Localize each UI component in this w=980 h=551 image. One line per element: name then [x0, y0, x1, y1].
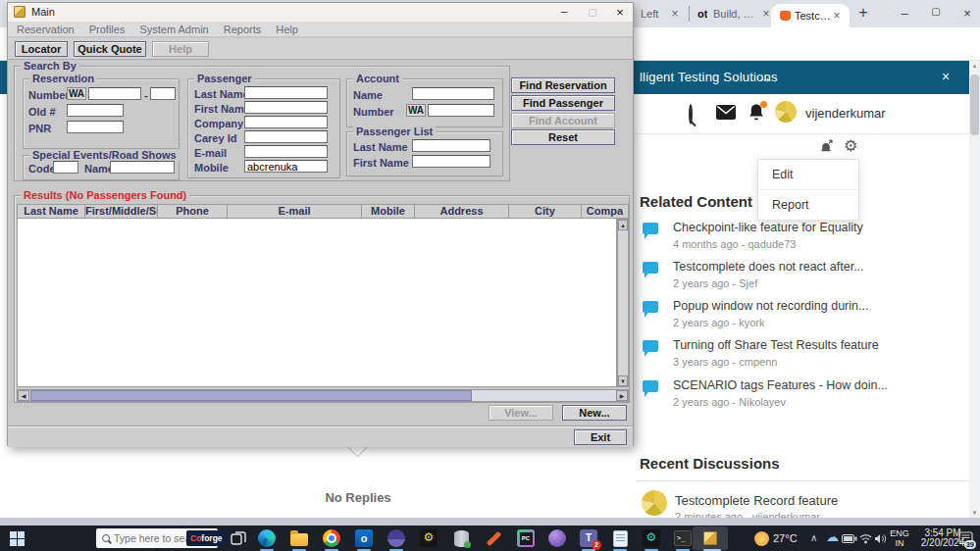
- notepad-icon[interactable]: [610, 528, 630, 548]
- pl-last-name-input[interactable]: [412, 139, 490, 152]
- pl-first-name-input[interactable]: [412, 155, 490, 168]
- weather-icon[interactable]: [751, 528, 771, 548]
- settings-gear-icon[interactable]: ⚙: [844, 138, 857, 154]
- results-table-body[interactable]: [17, 219, 617, 387]
- code-input[interactable]: [53, 161, 78, 174]
- col-phone[interactable]: Phone: [158, 204, 228, 219]
- temperature-label[interactable]: 27°C: [773, 532, 798, 544]
- menu-system-admin[interactable]: System Admin: [139, 24, 208, 35]
- chrome-icon[interactable]: [322, 528, 341, 548]
- teams-icon[interactable]: T2: [579, 528, 598, 548]
- notifications-bell-icon[interactable]: [748, 103, 765, 125]
- reset-button[interactable]: Reset: [511, 129, 615, 145]
- sql-developer-icon[interactable]: [484, 528, 503, 548]
- col-city[interactable]: City: [509, 204, 582, 219]
- pnr-input[interactable]: [67, 121, 124, 133]
- account-name-input[interactable]: [412, 87, 494, 100]
- follow-bell-icon[interactable]: [819, 139, 834, 158]
- related-item-title[interactable]: Testcomplete does not react after...: [673, 260, 944, 274]
- results-vscrollbar[interactable]: ▲ ▼: [617, 219, 629, 387]
- related-item-title[interactable]: Checkpoint-like feature for Equality: [673, 221, 944, 234]
- hscrollbar-thumb[interactable]: [30, 390, 472, 401]
- edge-icon[interactable]: [257, 528, 277, 548]
- reservation-number-input[interactable]: [88, 87, 141, 100]
- search-icon[interactable]: [689, 106, 693, 124]
- wifi-icon[interactable]: [858, 528, 873, 548]
- browser-close-button[interactable]: ×: [959, 6, 975, 21]
- related-item-title[interactable]: SCENARIO tags Features - How doin...: [673, 378, 944, 392]
- testcomplete-icon[interactable]: ⚙: [642, 528, 661, 548]
- user-avatar[interactable]: [775, 101, 797, 123]
- onedrive-cloud-icon[interactable]: ☁: [826, 529, 839, 544]
- menu-profiles[interactable]: Profiles: [89, 24, 126, 35]
- col-last-name[interactable]: Last Name: [17, 204, 85, 219]
- volume-icon[interactable]: [873, 528, 888, 548]
- task-view-icon[interactable]: [229, 528, 248, 548]
- gear-app-icon[interactable]: ⚙: [419, 528, 438, 548]
- tray-chevron-icon[interactable]: ∧: [810, 532, 817, 543]
- banner-arrow-icon[interactable]: →: [757, 69, 772, 85]
- outlook-icon[interactable]: o: [354, 528, 374, 548]
- messages-icon[interactable]: [716, 105, 736, 124]
- new-button[interactable]: New...: [562, 405, 627, 421]
- scroll-right-icon[interactable]: ▶: [616, 390, 628, 401]
- purple-sphere-app-icon[interactable]: [547, 528, 567, 548]
- tab-left[interactable]: Left: [641, 8, 667, 20]
- tab-build[interactable]: Build, Ope: [713, 8, 758, 20]
- pycharm-icon[interactable]: PC: [516, 528, 536, 548]
- taskbar-search-input[interactable]: [114, 532, 186, 544]
- exit-button[interactable]: Exit: [574, 429, 627, 445]
- eclipse-icon[interactable]: [387, 528, 406, 548]
- view-button[interactable]: View...: [489, 405, 553, 421]
- passenger-last-name-input[interactable]: [244, 86, 328, 99]
- quick-quote-button[interactable]: Quick Quote: [74, 41, 146, 57]
- battery-icon[interactable]: [841, 528, 857, 548]
- menu-help[interactable]: Help: [276, 24, 298, 35]
- scroll-down-icon[interactable]: ▼: [969, 510, 980, 516]
- menu-reports[interactable]: Reports: [224, 24, 262, 35]
- database-app-icon[interactable]: [451, 528, 471, 548]
- app-titlebar[interactable]: Main – ▢ ×: [8, 3, 633, 22]
- browser-maximize-button[interactable]: ▢: [928, 6, 944, 17]
- locator-button[interactable]: Locator: [15, 41, 68, 57]
- email-input[interactable]: [244, 145, 328, 158]
- scroll-left-icon[interactable]: ◀: [18, 390, 29, 401]
- company-input[interactable]: [244, 116, 328, 128]
- col-mobile[interactable]: Mobile: [362, 204, 415, 219]
- recent-item-avatar[interactable]: [642, 490, 667, 516]
- recent-item-title[interactable]: Testcomplete Record feature: [675, 493, 838, 508]
- find-passenger-button[interactable]: Find Passenger: [511, 95, 615, 111]
- terminal-icon[interactable]: >_: [673, 528, 693, 548]
- reservation-suffix-input[interactable]: [150, 87, 176, 100]
- scroll-up-icon[interactable]: ▲: [969, 63, 980, 69]
- file-explorer-icon[interactable]: [289, 528, 309, 548]
- language-indicator[interactable]: ENG IN: [889, 528, 910, 548]
- banner-close-icon[interactable]: ×: [942, 69, 950, 84]
- related-item-title[interactable]: Popup window not recording durin...: [673, 299, 944, 313]
- find-account-button[interactable]: Find Account: [511, 113, 615, 128]
- mobile-input[interactable]: [244, 160, 328, 173]
- account-number-input[interactable]: [428, 104, 494, 117]
- username[interactable]: vijenderkumar: [805, 106, 886, 121]
- scroll-up-icon[interactable]: ▲: [618, 220, 628, 230]
- col-company[interactable]: Compa: [582, 204, 629, 219]
- browser-minimize-button[interactable]: –: [897, 6, 912, 21]
- help-button[interactable]: Help: [152, 41, 209, 57]
- start-button[interactable]: [10, 531, 25, 546]
- new-tab-button[interactable]: +: [855, 4, 871, 22]
- taskbar-search[interactable]: Coforge: [96, 528, 218, 548]
- scroll-down-icon[interactable]: ▼: [618, 376, 628, 386]
- find-reservation-button[interactable]: Find Reservation: [511, 77, 615, 93]
- old-number-input[interactable]: [67, 104, 124, 117]
- menu-reservation[interactable]: Reservation: [17, 24, 75, 35]
- app-close-button[interactable]: ×: [612, 5, 628, 20]
- menu-item-report[interactable]: Report: [758, 189, 858, 220]
- menu-item-edit[interactable]: Edit: [758, 160, 858, 189]
- event-name-input[interactable]: [110, 161, 175, 174]
- tab-close-icon[interactable]: ×: [668, 7, 682, 21]
- main-app-taskbar-icon[interactable]: [700, 528, 720, 548]
- related-item-title[interactable]: Turning off Share Test Results feature: [673, 338, 944, 352]
- col-first-middle[interactable]: First/Middle/Su...: [85, 204, 158, 219]
- carey-id-input[interactable]: [244, 130, 328, 143]
- passenger-first-name-input[interactable]: [244, 101, 328, 114]
